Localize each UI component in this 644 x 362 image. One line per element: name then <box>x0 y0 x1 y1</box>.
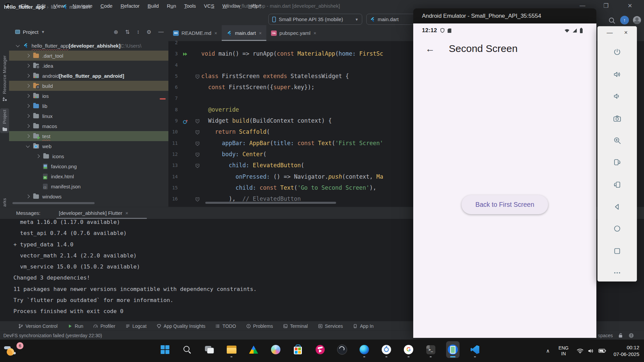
close-tab-icon[interactable]: × <box>214 31 217 36</box>
device-selector[interactable]: Small Phone API 35 (mobile) ▼ <box>268 14 362 25</box>
volume-down-icon[interactable] <box>613 92 622 101</box>
taskbar-google-chrome[interactable]: G <box>402 341 415 358</box>
tree-item-windows[interactable]: windows <box>9 191 168 201</box>
chevron-right-icon[interactable] <box>26 114 30 118</box>
tree-horizontal-scrollbar[interactable] <box>12 202 95 204</box>
breadcrumb-lib[interactable]: lib <box>51 4 56 10</box>
tree-item-web[interactable]: web <box>9 141 168 151</box>
chevron-right-icon[interactable] <box>26 134 30 138</box>
menu-build[interactable]: Build <box>144 3 163 9</box>
tree-item-macos[interactable]: macos <box>9 121 168 131</box>
fold-icon[interactable] <box>196 74 200 79</box>
tool-window-app-in[interactable]: App In <box>353 323 373 329</box>
tree-item-icons[interactable]: icons <box>9 151 168 161</box>
chevron-right-icon[interactable] <box>26 54 30 57</box>
taskbar-copilot[interactable] <box>269 341 282 358</box>
tool-window-app-quality-insights[interactable]: App Quality Insights <box>157 323 206 329</box>
breadcrumb-hello_flutter_app[interactable]: hello_flutter_app <box>4 4 45 10</box>
tree-item-manifest.json[interactable]: manifest.json <box>9 181 168 191</box>
back-icon[interactable] <box>613 202 622 211</box>
power-icon[interactable] <box>613 48 622 57</box>
status-message[interactable]: DevFS synchronization failed (yesterday … <box>3 333 102 338</box>
emulator-close-button[interactable]: × <box>624 29 628 36</box>
taskbar-widgets-button[interactable]: 6 <box>4 342 23 360</box>
fold-icon[interactable] <box>196 119 200 124</box>
taskbar-obs-studio[interactable] <box>335 341 349 358</box>
wifi-tray-icon[interactable] <box>577 348 584 354</box>
camera-icon[interactable] <box>613 114 622 123</box>
fold-icon[interactable] <box>196 164 200 168</box>
taskbar-microsoft-store[interactable] <box>291 341 305 358</box>
chevron-right-icon[interactable] <box>36 154 40 158</box>
fold-icon[interactable] <box>196 197 200 202</box>
menu-code[interactable]: Code <box>97 3 117 9</box>
collapse-all-icon[interactable]: ↕ <box>137 29 140 35</box>
taskbar-android-studio[interactable] <box>380 341 393 358</box>
taskbar-google-drive[interactable] <box>247 341 260 358</box>
rotate-left-icon[interactable] <box>613 158 622 167</box>
tree-item-linux[interactable]: linux <box>9 111 168 121</box>
run-line-icon[interactable] <box>182 52 188 57</box>
chevron-right-icon[interactable] <box>26 104 30 108</box>
tool-window-version-control[interactable]: Version Control <box>18 323 58 329</box>
chevron-down-icon[interactable] <box>16 43 19 47</box>
taskbar-clipchamp[interactable] <box>313 341 327 358</box>
fold-icon[interactable] <box>196 153 200 157</box>
sidebar-item-project[interactable]: Project <box>0 108 9 133</box>
project-panel-title[interactable]: Project <box>23 29 39 35</box>
menu-vcs[interactable]: VCS <box>200 3 218 9</box>
editor-horizontal-scrollbar[interactable] <box>205 202 336 204</box>
tool-window-services[interactable]: Services <box>318 323 343 329</box>
tree-item-hello_flutter_app[interactable]: hello_flutter_app [developer_abhishek] C… <box>9 41 168 51</box>
chevron-right-icon[interactable] <box>26 64 30 67</box>
taskbar-android-emulator[interactable] <box>446 341 460 358</box>
locate-file-icon[interactable]: ⊕ <box>114 29 118 35</box>
taskbar-terminal[interactable]: >_ <box>424 341 437 358</box>
messages-tab[interactable]: [developer_abhishek] Flutter × <box>59 207 128 219</box>
settings-gear-icon[interactable]: ⚙ <box>147 29 151 35</box>
toolbar-history-dropdown[interactable]: ▼ <box>252 3 262 8</box>
tree-item-.idea[interactable]: .idea <box>9 61 168 71</box>
back-arrow-icon[interactable]: ← <box>425 44 435 54</box>
close-icon[interactable]: × <box>125 210 128 216</box>
expand-all-icon[interactable]: ⇅ <box>125 29 129 35</box>
override-icon[interactable] <box>182 119 189 124</box>
tree-item-lib[interactable]: lib <box>9 101 168 111</box>
sidebar-item-resource-manager[interactable]: Resource Manager <box>0 54 9 103</box>
tool-window-logcat[interactable]: Logcat <box>125 323 147 329</box>
chevron-down-icon[interactable]: ▼ <box>41 30 45 34</box>
taskbar-search[interactable] <box>180 341 194 358</box>
tree-item-android[interactable]: android [hello_flutter_app_android] <box>9 71 168 81</box>
close-tab-icon[interactable]: × <box>314 31 316 36</box>
battery-tray-icon[interactable] <box>598 348 606 353</box>
fold-icon[interactable] <box>196 130 200 135</box>
taskbar-edge[interactable] <box>358 341 371 358</box>
tree-item-favicon.png[interactable]: favicon.png <box>9 161 168 171</box>
chevron-right-icon[interactable] <box>26 84 30 87</box>
more-icon[interactable] <box>613 268 622 277</box>
rotate-right-icon[interactable] <box>613 180 622 189</box>
tool-window-problems[interactable]: Problems <box>246 323 273 329</box>
chevron-right-icon[interactable] <box>26 94 30 98</box>
chevron-right-icon[interactable] <box>26 74 30 77</box>
zoom-in-icon[interactable] <box>613 136 622 145</box>
volume-up-icon[interactable] <box>613 70 622 79</box>
taskbar-file-explorer[interactable] <box>225 341 238 358</box>
breadcrumb-main.dart[interactable]: main.dart <box>69 4 91 10</box>
fold-icon[interactable] <box>196 141 200 146</box>
menu-tools[interactable]: Tools <box>180 3 200 9</box>
chevron-down-icon[interactable] <box>26 144 30 147</box>
emulator-title-bar[interactable]: Android Emulator - Small_Phone_API_35:55… <box>413 8 596 23</box>
chevron-right-icon[interactable] <box>26 124 30 128</box>
language-indicator[interactable]: ENGIN <box>558 345 569 357</box>
hide-panel-icon[interactable]: — <box>158 29 164 35</box>
tool-window-terminal[interactable]: Terminal <box>283 323 308 329</box>
menu-run[interactable]: Run <box>163 3 180 9</box>
taskbar-start[interactable] <box>158 341 172 358</box>
taskbar-vscode[interactable] <box>468 341 482 358</box>
emulator-phone-screen[interactable]: 12:12 ← Second Screen Back to First Scre… <box>413 23 596 338</box>
close-tab-icon[interactable]: × <box>259 31 262 36</box>
home-icon[interactable] <box>613 224 622 233</box>
volume-tray-icon[interactable] <box>588 348 594 354</box>
tree-item-build[interactable]: build <box>9 81 168 91</box>
